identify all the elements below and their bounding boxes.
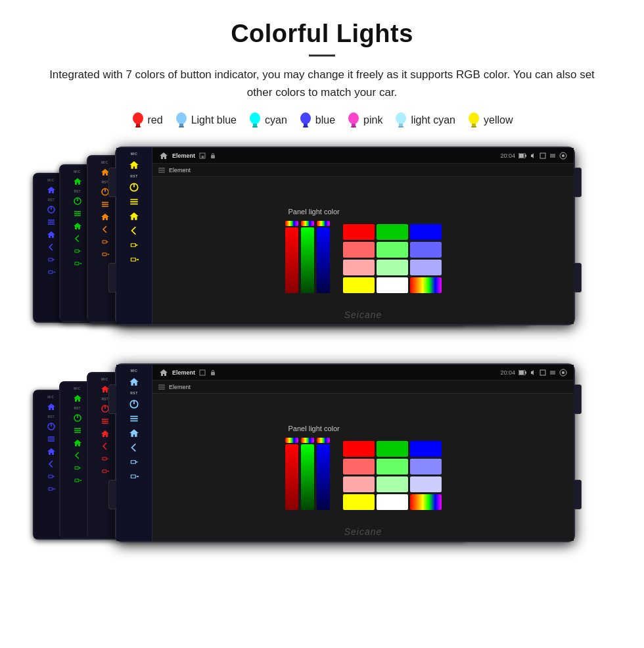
b-swatch-2: [377, 441, 408, 457]
b-swatch-10: [343, 494, 375, 510]
screen-content-1: Panel light color: [152, 177, 574, 324]
color-item-pink: pink: [347, 112, 382, 129]
svg-point-120: [562, 371, 564, 374]
svg-rect-11: [303, 126, 308, 127]
svg-marker-46: [103, 253, 106, 256]
b-house-icon-4: [47, 447, 56, 456]
volup-icon-4: [47, 255, 56, 264]
svg-marker-53: [131, 244, 135, 247]
voldown-icon-4: [47, 267, 56, 277]
b-panel-light-title-1: Panel light color: [288, 425, 340, 432]
volup-icon-3: [73, 246, 82, 256]
b-swatches-grid-1: [343, 441, 442, 510]
svg-point-69: [562, 154, 564, 157]
b-menu2-icon: [549, 369, 556, 376]
svg-marker-28: [49, 271, 53, 273]
rainbow-top-2: [301, 221, 314, 226]
b-bar-col-1: [285, 438, 298, 510]
color-label-cyan: cyan: [265, 114, 287, 126]
b-topbar-img-icon: [199, 369, 206, 376]
swatch-3: [410, 224, 442, 240]
panel-light-content-1: [285, 221, 442, 293]
svg-point-3: [176, 112, 187, 124]
b-panel-light-section-1: Panel light color: [279, 418, 448, 517]
bar-blue-1: [317, 227, 330, 293]
svg-marker-56: [135, 259, 139, 260]
b-voldown-icon-1: [129, 471, 139, 482]
b-panel-light-content-1: [285, 438, 442, 510]
b-back-icon-4: [47, 459, 56, 469]
b-menu-icon-1: [129, 413, 139, 424]
svg-rect-110: [211, 372, 215, 375]
b-fullscreen-icon: [540, 369, 546, 376]
topbar-right-1: 20:04: [500, 152, 567, 160]
topbar-home-icon: [159, 151, 168, 160]
swatch-8: [377, 260, 408, 275]
svg-marker-35: [75, 250, 79, 252]
svg-rect-112: [519, 371, 524, 375]
swatch-12: [410, 277, 442, 293]
b-subheader-title-1: Element: [169, 384, 191, 390]
b-screen-topbar-1: Element 20:04: [152, 365, 574, 381]
svg-point-18: [469, 112, 479, 124]
svg-rect-109: [200, 370, 205, 375]
swatch-7: [343, 260, 375, 275]
topbar-left-1: Element ▣: [159, 151, 216, 160]
subheader-menu-icon: [158, 166, 166, 174]
svg-marker-36: [79, 250, 81, 252]
svg-rect-20: [471, 126, 476, 127]
svg-rect-113: [525, 371, 526, 374]
b-menu-icon-4: [47, 434, 56, 444]
b-back-icon-1: [129, 442, 139, 453]
b-bar-green-1: [301, 444, 314, 510]
b-swatch-3: [410, 441, 442, 457]
svg-point-12: [348, 112, 359, 124]
svg-rect-59: [211, 155, 215, 158]
color-icons-row: red Light blue cyan: [26, 112, 618, 129]
color-label-yellow: yellow: [484, 114, 513, 126]
b-power-icon-4: [47, 422, 56, 431]
b-swatch-12: [410, 494, 442, 510]
device-1-main: MIC RST: [115, 147, 575, 325]
swatch-5: [377, 242, 408, 258]
svg-marker-88: [79, 467, 81, 469]
svg-marker-78: [49, 475, 53, 478]
b-swatch-8: [377, 476, 408, 492]
screen-subheader-1: Element: [152, 164, 574, 177]
topbar-title-1: Element: [172, 152, 195, 159]
b-bar-blue-1: [317, 444, 330, 510]
b-rainbow-top-1: [285, 438, 298, 443]
svg-marker-108: [135, 476, 139, 477]
b-power-icon-1: [129, 399, 139, 409]
svg-marker-54: [135, 244, 139, 246]
b-back-icon-3: [73, 451, 82, 460]
svg-point-9: [300, 112, 311, 124]
color-item-yellow: yellow: [467, 112, 513, 129]
voldown-icon-2: [101, 250, 110, 259]
b-mount-tab-right-top: [572, 384, 582, 414]
back-icon-4: [47, 243, 56, 252]
b-home-icon-4: [47, 402, 56, 411]
b-house-icon-2: [101, 429, 110, 438]
svg-marker-44: [103, 241, 106, 243]
bulb-icon-pink: [347, 112, 360, 129]
b-home-icon-3: [73, 394, 82, 403]
title-divider: [309, 55, 335, 57]
color-label-lightblue: Light blue: [191, 114, 237, 126]
svg-rect-62: [525, 154, 526, 157]
svg-marker-55: [131, 258, 135, 262]
svg-rect-17: [398, 126, 403, 127]
seicane-watermark-1: Seicane: [344, 310, 382, 320]
svg-marker-89: [75, 479, 79, 482]
svg-rect-8: [252, 126, 258, 127]
house-icon-4: [47, 230, 56, 239]
bar-green-1: [301, 227, 314, 293]
menu-icon-3: [73, 209, 82, 218]
svg-point-6: [250, 112, 260, 124]
b-subheader-menu-icon: [158, 383, 166, 391]
svg-point-0: [133, 112, 143, 124]
b-topbar-title-1: Element: [172, 369, 195, 376]
b-swatch-1: [343, 441, 375, 457]
bar-col-1: [285, 221, 298, 293]
b-swatch-11: [377, 494, 408, 510]
